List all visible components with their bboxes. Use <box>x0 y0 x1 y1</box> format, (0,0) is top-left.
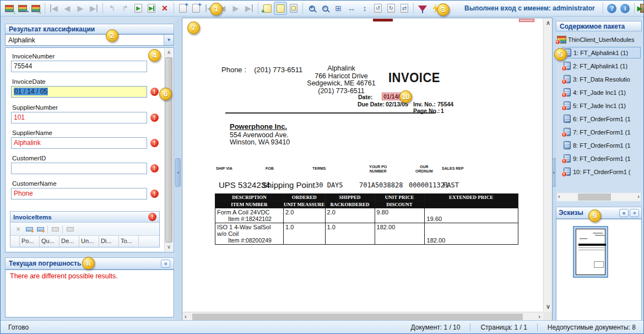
ship-header: SHIP VIA <box>216 166 232 171</box>
horizontal-scrollbar[interactable]: ‹ › <box>182 312 543 321</box>
new-page-icon[interactable]: + <box>190 2 203 15</box>
scrollbar-corner <box>543 312 552 321</box>
package-horizontal-scrollbar[interactable]: ‹ › <box>557 193 641 201</box>
suppliername-field[interactable]: Alphalink <box>11 137 147 149</box>
fit-page-icon[interactable]: ⊞ <box>332 2 345 15</box>
fit-width-icon[interactable]: ↔ <box>345 2 358 15</box>
help-icon[interactable]: ? <box>605 2 619 15</box>
zoom-out-icon[interactable]: − <box>318 2 332 15</box>
scroll-up-icon[interactable]: ∧ <box>165 49 173 57</box>
callout-badge-5: 5 <box>554 48 567 61</box>
column-header[interactable]: Qu... <box>40 236 59 247</box>
tree-item-document-9[interactable]: ! 9: FT_OrderForm1 (1 <box>564 153 631 164</box>
column-header[interactable]: Un... <box>79 236 99 247</box>
document-error-icon: ! <box>564 88 571 96</box>
collapse-left-icon[interactable]: ◂ <box>175 158 181 187</box>
collapse-panel-icon[interactable]: « <box>161 260 170 268</box>
tree-item-document-5[interactable]: ! 5: FT_Jade Inc1 (1) <box>564 100 626 111</box>
customerid-field[interactable] <box>11 163 147 174</box>
scrollbar-thumb[interactable] <box>165 57 172 243</box>
ship-header: YOUR PONUMBER <box>369 165 387 174</box>
last-document-icon[interactable]: ▶ <box>242 2 256 15</box>
column-header[interactable]: To... <box>119 236 139 247</box>
delete-row-icon[interactable]: × <box>13 224 24 234</box>
scrollbar-thumb[interactable] <box>192 314 523 320</box>
invoice-date-label: Date: <box>358 94 372 100</box>
send-batch-icon[interactable]: → <box>29 2 42 15</box>
thumbnails-panel <box>556 219 642 321</box>
field-label-suppliernumber: SupplierNumber <box>12 104 58 111</box>
tree-item-document-3[interactable]: ! 3: FT_Data Resolutio <box>564 73 630 85</box>
new-document-icon[interactable]: + <box>176 2 190 15</box>
tree-item-document-7[interactable]: ! 7: FT_OrderForm1 (1 <box>564 126 631 138</box>
column-header[interactable]: Di... <box>99 236 119 247</box>
postpone-batch-icon[interactable]: ◔ <box>16 2 29 15</box>
next-document-icon[interactable]: ▶ <box>229 2 242 15</box>
column-header[interactable]: Po... <box>20 236 40 247</box>
tree-root-item[interactable]: ! ThinClient_UserModules <box>556 34 634 45</box>
forward-stage-icon[interactable]: ↱ <box>118 2 132 15</box>
error-icon: ! <box>150 88 159 96</box>
scroll-left-icon[interactable]: ‹ <box>185 313 187 320</box>
return-stage-icon[interactable]: ↰ <box>105 2 118 15</box>
add-note-icon[interactable]: + <box>261 2 274 15</box>
scroll-left-icon[interactable]: ‹ <box>558 193 560 200</box>
send-next-stage-icon[interactable]: ▶ <box>132 2 145 15</box>
first-batch-icon[interactable]: ◀ <box>47 2 61 15</box>
exit-icon[interactable]: ▶ <box>637 2 644 15</box>
tree-item-document-8[interactable]: 8: FT_OrderForm1 (1 <box>564 139 631 151</box>
zoom-in-icon[interactable]: + <box>305 2 318 15</box>
page-thumbnail[interactable] <box>573 226 608 278</box>
ship-value: 30 DAYS <box>315 181 343 189</box>
tree-item-document-4[interactable]: ! 4: FT_Jade Inc1 (1) <box>564 87 626 98</box>
add-row-icon[interactable]: + <box>24 224 35 234</box>
left-splitter[interactable]: ◂ <box>175 18 181 321</box>
callout-badge-2: 2 <box>106 29 118 42</box>
scroll-down-icon[interactable]: ∨ <box>165 243 173 251</box>
callout-badge-3: 3 <box>437 3 450 16</box>
rotate-right-icon[interactable]: ↻ <box>385 2 398 15</box>
fields-scrollbar[interactable]: ∧ ∨ <box>164 49 173 251</box>
send-last-stage-icon[interactable]: ▶ <box>145 2 158 15</box>
classification-dropdown[interactable]: Alphalink ▼ <box>5 34 174 46</box>
customername-field[interactable]: Phone <box>11 188 147 200</box>
classification-title: Результат классификации <box>9 25 95 33</box>
callout-badge-7: 7 <box>187 21 200 34</box>
validate-icon[interactable] <box>416 2 429 15</box>
show-notes-icon[interactable] <box>274 2 287 15</box>
scroll-right-icon[interactable]: › <box>538 313 540 320</box>
info-icon[interactable]: i <box>619 2 632 15</box>
tree-item-document-2[interactable]: ! 2: FT_Alphalink1 (1) <box>564 60 627 72</box>
toolbar-separator <box>603 3 603 14</box>
notes-list-icon[interactable] <box>287 2 300 15</box>
invoicenumber-field[interactable]: 75544 <box>11 61 147 72</box>
merge-rows-icon[interactable] <box>50 224 61 234</box>
invoicedate-field[interactable]: 01 / 14 / 05 <box>11 86 147 98</box>
last-batch-icon[interactable]: ▶ <box>87 2 100 15</box>
receive-batch-icon[interactable]: ↓ <box>3 2 16 15</box>
suppliernumber-field[interactable]: 101 <box>11 112 147 123</box>
scroll-down-icon[interactable]: ∨ <box>546 303 550 310</box>
document-error-icon: ! <box>564 168 571 176</box>
column-header[interactable]: De... <box>59 236 79 247</box>
scroll-up-icon[interactable]: ∧ <box>546 19 550 26</box>
scrollbar-thumb[interactable] <box>578 193 611 201</box>
chevron-down-icon[interactable]: ▼ <box>164 35 174 45</box>
tree-item-document-1[interactable]: ! 1: FT_Alphalink1 (1) <box>562 47 641 58</box>
next-batch-icon[interactable]: ▶ <box>74 2 87 15</box>
rotate-left-icon[interactable]: ↺ <box>371 2 385 15</box>
rotate-pages-icon[interactable]: ⇄ <box>398 2 411 15</box>
tree-item-document-6[interactable]: 6: FT_OrderForm1 (1 <box>564 113 631 125</box>
fit-height-icon[interactable]: ↕ <box>358 2 371 15</box>
toolbar-separator <box>174 3 174 14</box>
prev-batch-icon[interactable]: ◀ <box>61 2 74 15</box>
invoice-page[interactable]: Phone : (201) 773-6511 Alphalink 766 Har… <box>183 19 543 311</box>
collapse-left-icon[interactable]: « <box>619 209 629 217</box>
insert-row-icon[interactable]: + <box>35 224 46 234</box>
tree-item-document-10[interactable]: ! 10: FT_OrderForm1 ( <box>564 166 631 177</box>
delete-icon[interactable]: × <box>158 2 171 15</box>
collapse-down-icon[interactable]: « <box>630 209 639 217</box>
scroll-right-icon[interactable]: › <box>637 193 640 200</box>
vertical-scrollbar[interactable]: ∧ ∨ <box>543 18 552 311</box>
edit-table-icon[interactable] <box>64 224 75 234</box>
